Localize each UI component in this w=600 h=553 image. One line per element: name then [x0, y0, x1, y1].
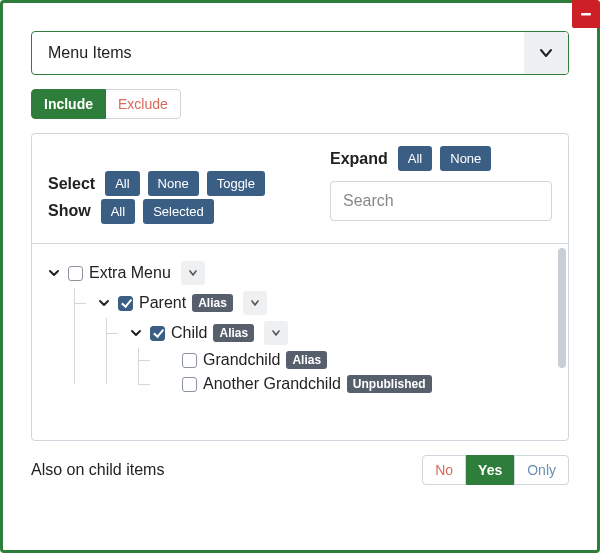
tree-node-label: Extra Menu [89, 264, 171, 282]
scrollbar-thumb[interactable] [558, 248, 566, 368]
tree-node: Grandchild Alias [138, 348, 552, 372]
checkbox[interactable] [150, 326, 165, 341]
checkbox[interactable] [68, 266, 83, 281]
expand-none-button[interactable]: None [440, 146, 491, 171]
tree-node: Parent Alias [74, 288, 552, 396]
expand-all-button[interactable]: All [398, 146, 432, 171]
tree-node-label: Grandchild [203, 351, 280, 369]
expand-controls: Expand All None [330, 146, 491, 171]
chevron-down-icon[interactable] [46, 265, 62, 281]
show-selected-button[interactable]: Selected [143, 199, 214, 224]
show-all-button[interactable]: All [101, 199, 135, 224]
tree-node-label: Child [171, 324, 207, 342]
show-controls: Show All Selected [48, 191, 300, 231]
tree-node: Child Alias [106, 318, 552, 396]
child-items-row: Also on child items No Yes Only [31, 455, 569, 485]
status-badge: Alias [286, 351, 327, 369]
tree-node: Another Grandchild Unpublished [138, 372, 552, 396]
include-button[interactable]: Include [31, 89, 106, 119]
checkbox[interactable] [182, 353, 197, 368]
type-dropdown-label: Menu Items [32, 44, 148, 62]
assignment-panel: Menu Items Include Exclude Select All No… [0, 0, 600, 553]
checkbox[interactable] [118, 296, 133, 311]
search-input[interactable] [330, 181, 552, 221]
child-items-only[interactable]: Only [514, 455, 569, 485]
child-items-yes[interactable]: Yes [466, 455, 514, 485]
include-exclude-segment: Include Exclude [31, 89, 181, 119]
child-items-no[interactable]: No [422, 455, 466, 485]
chevron-down-icon [524, 32, 568, 74]
child-items-label: Also on child items [31, 461, 164, 479]
menu-tree: Extra Menu [32, 244, 568, 440]
checkbox[interactable] [182, 377, 197, 392]
status-badge: Unpublished [347, 375, 432, 393]
chevron-down-icon[interactable] [96, 295, 112, 311]
select-label: Select [48, 175, 95, 193]
chevron-down-icon[interactable] [128, 325, 144, 341]
tree-node: Extra Menu [46, 258, 552, 396]
svg-rect-0 [581, 13, 591, 15]
status-badge: Alias [192, 294, 233, 312]
exclude-button[interactable]: Exclude [106, 89, 181, 119]
tree-node-label: Another Grandchild [203, 375, 341, 393]
status-badge: Alias [213, 324, 254, 342]
node-menu-button[interactable] [181, 261, 205, 285]
expand-label: Expand [330, 150, 388, 168]
selection-panel: Select All None Toggle Expand All None S… [31, 133, 569, 441]
node-menu-button[interactable] [243, 291, 267, 315]
show-label: Show [48, 202, 91, 220]
node-menu-button[interactable] [264, 321, 288, 345]
type-dropdown[interactable]: Menu Items [31, 31, 569, 75]
remove-button[interactable] [572, 0, 600, 28]
child-items-segment: No Yes Only [422, 455, 569, 485]
tree-node-label: Parent [139, 294, 186, 312]
